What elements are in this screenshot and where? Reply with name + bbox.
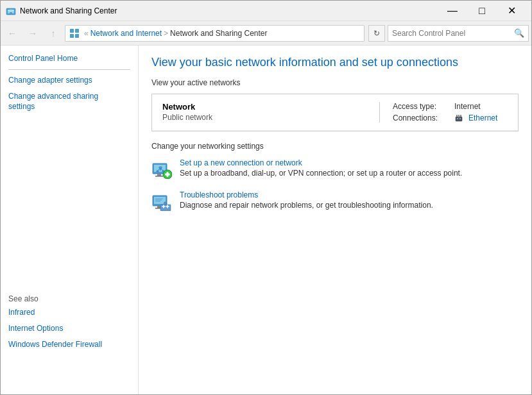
- search-box: 🔍: [388, 25, 529, 42]
- page-title: View your basic network information and …: [151, 56, 519, 69]
- svg-rect-11: [456, 115, 458, 117]
- main-layout: Control Panel Home Change adapter settin…: [1, 46, 531, 395]
- title-bar-buttons: — □ ✕: [438, 1, 526, 21]
- network-info-box: Network Public network Access type: Inte…: [151, 94, 519, 131]
- sidebar-divider: [8, 69, 130, 70]
- breadcrumb-icon: [69, 28, 80, 38]
- svg-rect-5: [70, 34, 74, 38]
- new-connection-item: Set up a new connection or network Set u…: [151, 158, 519, 179]
- sidebar-infrared[interactable]: Infrared: [8, 307, 130, 318]
- address-bar: ← → ↑ « Network and Internet > Network a…: [1, 21, 531, 46]
- troubleshoot-item: Troubleshoot problems Diagnose and repai…: [151, 190, 519, 211]
- new-connection-link[interactable]: Set up a new connection or network: [180, 158, 462, 167]
- ethernet-icon: [454, 113, 463, 122]
- connections-row: Connections: Ethernet: [393, 113, 508, 122]
- change-settings-header: Change your networking settings: [151, 142, 519, 151]
- close-button[interactable]: ✕: [497, 1, 526, 21]
- sidebar-control-panel-home[interactable]: Control Panel Home: [8, 53, 130, 64]
- active-networks-header: View your active networks: [151, 78, 519, 87]
- search-icon[interactable]: 🔍: [514, 28, 524, 38]
- access-type-value: Internet: [454, 102, 481, 111]
- svg-rect-4: [75, 29, 79, 33]
- ethernet-link[interactable]: Ethernet: [468, 113, 497, 122]
- troubleshoot-text: Troubleshoot problems Diagnose and repai…: [180, 190, 433, 210]
- see-also-label: See also: [8, 294, 130, 303]
- svg-rect-16: [155, 176, 163, 177]
- sidebar-see-also: See also Infrared Internet Options Windo…: [8, 294, 130, 349]
- network-type: Public network: [162, 113, 379, 122]
- new-connection-text: Set up a new connection or network Set u…: [180, 158, 462, 178]
- svg-rect-22: [157, 171, 159, 172]
- svg-rect-12: [460, 115, 461, 117]
- svg-rect-23: [162, 171, 164, 172]
- troubleshoot-link[interactable]: Troubleshoot problems: [180, 190, 433, 199]
- svg-rect-20: [159, 167, 162, 169]
- troubleshoot-icon: [151, 190, 172, 211]
- network-row: Network Public network Access type: Inte…: [152, 94, 518, 131]
- refresh-button[interactable]: ↻: [368, 25, 385, 42]
- new-connection-desc: Set up a broadband, dial-up, or VPN conn…: [180, 169, 462, 178]
- minimize-button[interactable]: —: [438, 1, 467, 21]
- svg-rect-6: [75, 34, 79, 38]
- connections-label: Connections:: [393, 113, 450, 122]
- breadcrumb: « Network and Internet > Network and Sha…: [65, 25, 365, 42]
- content-area: View your basic network information and …: [139, 46, 531, 395]
- svg-rect-7: [456, 117, 462, 121]
- sidebar-change-adapter[interactable]: Change adapter settings: [8, 75, 130, 86]
- troubleshoot-desc: Diagnose and repair network problems, or…: [180, 201, 433, 210]
- breadcrumb-current: Network and Sharing Center: [170, 29, 267, 38]
- breadcrumb-network-internet[interactable]: Network and Internet: [90, 29, 162, 38]
- access-type-row: Access type: Internet: [393, 102, 508, 111]
- network-name: Network: [162, 102, 379, 112]
- back-button[interactable]: ←: [3, 24, 21, 42]
- new-connection-icon: [151, 158, 172, 179]
- maximize-button[interactable]: □: [467, 1, 497, 21]
- search-input[interactable]: [392, 29, 514, 38]
- forward-button[interactable]: →: [24, 24, 42, 42]
- sidebar-change-advanced-sharing[interactable]: Change advanced sharing settings: [8, 91, 130, 113]
- svg-rect-9: [459, 118, 461, 119]
- svg-rect-15: [157, 174, 161, 176]
- network-left: Network Public network: [162, 102, 379, 122]
- network-right: Access type: Internet Connections:: [379, 102, 508, 122]
- svg-rect-10: [458, 115, 459, 117]
- svg-rect-8: [457, 118, 458, 119]
- sidebar-windows-defender-firewall[interactable]: Windows Defender Firewall: [8, 339, 130, 350]
- svg-rect-30: [160, 205, 171, 211]
- svg-rect-19: [165, 174, 170, 176]
- access-type-label: Access type:: [393, 102, 450, 111]
- title-bar: Network and Sharing Center — □ ✕: [1, 1, 531, 21]
- title-bar-icon: [6, 6, 16, 16]
- sidebar-internet-options[interactable]: Internet Options: [8, 323, 130, 334]
- svg-rect-3: [70, 29, 74, 33]
- title-bar-text: Network and Sharing Center: [20, 6, 438, 15]
- up-button[interactable]: ↑: [44, 24, 62, 42]
- sidebar: Control Panel Home Change adapter settin…: [1, 46, 139, 395]
